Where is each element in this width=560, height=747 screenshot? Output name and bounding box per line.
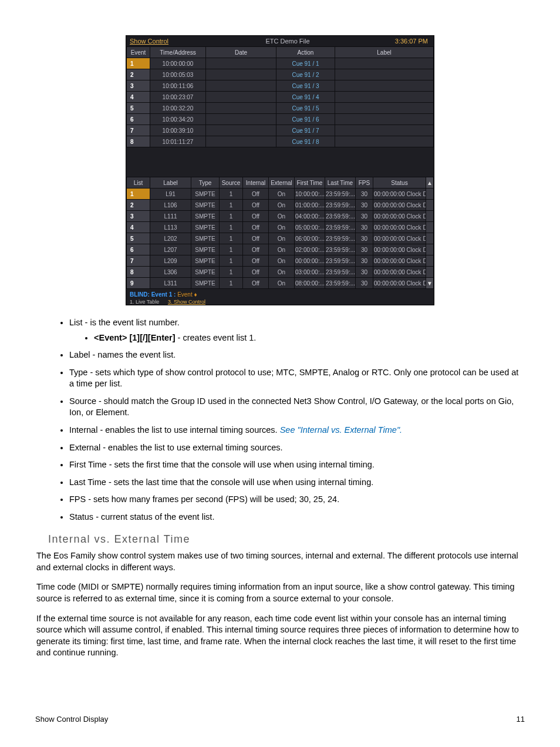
desc-external: External - enables the list to use exter…	[69, 442, 525, 454]
col-internal[interactable]: Internal	[243, 177, 269, 189]
col-list[interactable]: List	[127, 177, 150, 189]
col-event[interactable]: Event	[127, 47, 150, 58]
event-table[interactable]: EventTime/AddressDateActionLabel 110:00:…	[126, 46, 434, 147]
event-row[interactable]: 310:00:11:06Cue 91 / 3	[127, 80, 434, 92]
desc-lasttime: Last Time - sets the last time that the …	[69, 477, 525, 489]
tab-showcontrol[interactable]: 3. Show Control	[164, 299, 209, 305]
event-row[interactable]: 110:00:00:00Cue 91 / 1	[127, 58, 434, 69]
title-center: ETC Demo File	[200, 38, 375, 45]
link-internal-external[interactable]: See "Internal vs. External Time".	[280, 425, 402, 435]
title-clock: 3:36:07 PM	[375, 38, 434, 45]
event-row[interactable]: 410:00:23:07Cue 91 / 4	[127, 92, 434, 103]
desc-list-example: <Event> [1][/][Enter] - creates event li…	[94, 332, 525, 344]
desc-status: Status - current status of the event lis…	[69, 512, 525, 523]
event-row[interactable]: 510:00:32:20Cue 91 / 5	[127, 103, 434, 114]
event-row[interactable]: 210:00:05:03Cue 91 / 2	[127, 69, 434, 80]
col-first-time[interactable]: First Time	[295, 177, 325, 189]
list-row[interactable]: 1L91SMPTE1OffOn10:00:00:...23:59:59:...3…	[127, 189, 434, 200]
list-table[interactable]: ListLabelTypeSourceInternalExternalFirst…	[126, 177, 434, 289]
desc-firsttime: First Time - sets the first time that th…	[69, 459, 525, 471]
col-last-time[interactable]: Last Time	[325, 177, 356, 189]
list-row[interactable]: 5L202SMPTE1OffOn06:00:00:...23:59:59:...…	[127, 233, 434, 244]
cmd-blind: BLIND: Event 1 :	[130, 291, 176, 298]
footer-left: Show Control Display	[35, 715, 108, 724]
command-line: BLIND: Event 1 : Event ♦	[126, 289, 434, 299]
event-row[interactable]: 710:00:39:10Cue 91 / 7	[127, 125, 434, 136]
field-descriptions: List - is the event list number. <Event>…	[69, 317, 525, 523]
scroll-down-icon[interactable]: ▼	[426, 278, 434, 289]
desc-label: Label - names the event list.	[69, 349, 525, 361]
col-time-address[interactable]: Time/Address	[150, 47, 206, 58]
col-action[interactable]: Action	[276, 47, 335, 58]
event-row[interactable]: 810:01:11:27Cue 91 / 8	[127, 136, 434, 147]
tab-bar: 1. Live Table 3. Show Control	[126, 299, 434, 305]
list-row[interactable]: 2L106SMPTE1OffOn01:00:00:...23:59:59:...…	[127, 200, 434, 211]
list-row[interactable]: 6L207SMPTE1OffOn02:00:00:...23:59:59:...…	[127, 244, 434, 255]
page-footer: Show Control Display 11	[35, 715, 525, 724]
cmd-event: Event ♦	[177, 291, 197, 298]
col-fps[interactable]: FPS	[356, 177, 373, 189]
desc-internal: Internal - enables the list to use inter…	[69, 425, 525, 436]
col-label[interactable]: Label	[150, 177, 191, 189]
para-3: If the external time source is not avail…	[35, 613, 525, 659]
desc-source: Source - should match the Group ID used …	[69, 396, 525, 419]
app-screenshot: Show Control ETC Demo File 3:36:07 PM Ev…	[126, 35, 434, 305]
col-status[interactable]: Status	[373, 177, 426, 189]
list-row[interactable]: 7L209SMPTE1OffOn00:00:00:...23:59:59:...…	[127, 255, 434, 267]
col-date[interactable]: Date	[206, 47, 276, 58]
footer-right: 11	[517, 715, 525, 724]
desc-list: List - is the event list number. <Event>…	[69, 317, 525, 344]
col-label[interactable]: Label	[335, 47, 434, 58]
col-source[interactable]: Source	[220, 177, 243, 189]
event-row[interactable]: 610:00:34:20Cue 91 / 6	[127, 114, 434, 125]
titlebar: Show Control ETC Demo File 3:36:07 PM	[126, 36, 434, 46]
para-2: Time code (MIDI or SMPTE) normally requi…	[35, 581, 525, 604]
col-type[interactable]: Type	[191, 177, 220, 189]
title-left: Show Control	[126, 38, 200, 45]
list-row[interactable]: 3L111SMPTE1OffOn04:00:00:...23:59:59:...…	[127, 211, 434, 222]
para-1: The Eos Family show control system makes…	[35, 550, 525, 573]
section-heading: Internal vs. External Time	[48, 533, 525, 546]
desc-type: Type - sets which type of show control p…	[69, 367, 525, 390]
list-row[interactable]: 8L306SMPTE1OffOn03:00:00:...23:59:59:...…	[127, 267, 434, 278]
desc-fps: FPS - sets how many frames per second (F…	[69, 494, 525, 506]
scroll-up-icon[interactable]: ▲	[426, 177, 434, 189]
list-row[interactable]: 9L311SMPTE1OffOn08:00:00:...23:59:59:...…	[127, 278, 434, 289]
tab-live[interactable]: 1. Live Table	[126, 299, 163, 305]
list-row[interactable]: 4L113SMPTE1OffOn05:00:00:...23:59:59:...…	[127, 222, 434, 233]
col-external[interactable]: External	[269, 177, 295, 189]
